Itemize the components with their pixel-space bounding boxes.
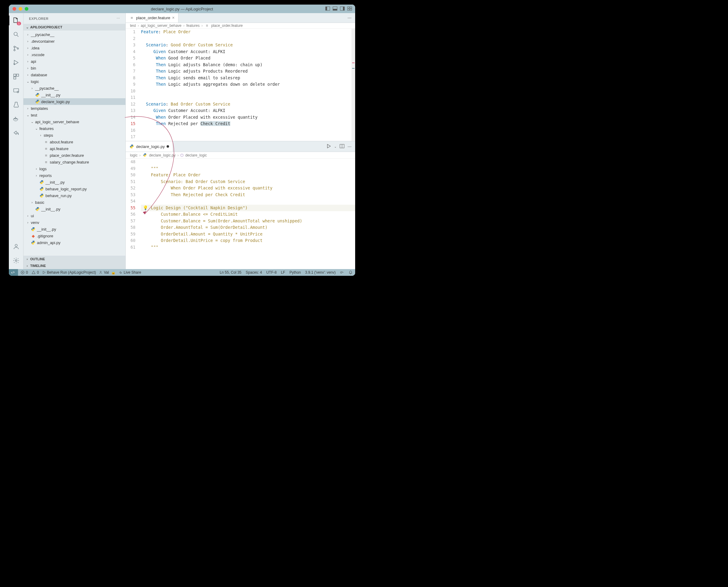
folder-item[interactable]: ›steps bbox=[23, 132, 125, 139]
svg-rect-3 bbox=[333, 9, 337, 10]
docker-icon[interactable] bbox=[12, 114, 20, 123]
maximize-window[interactable] bbox=[25, 7, 28, 11]
editor-area: ≡ place_order.feature × ⋯ test›api_logic… bbox=[126, 13, 355, 269]
accounts-icon[interactable] bbox=[12, 242, 20, 251]
chevron-down-icon[interactable]: ⌄ bbox=[334, 145, 336, 148]
live-share-icon[interactable] bbox=[12, 128, 20, 137]
svg-point-13 bbox=[14, 49, 15, 51]
folder-item[interactable]: ⌄logic bbox=[23, 78, 125, 85]
file-item[interactable]: behave_run.py bbox=[23, 192, 125, 199]
svg-rect-7 bbox=[350, 7, 352, 8]
more-icon[interactable]: ⋯ bbox=[348, 144, 352, 149]
encoding[interactable]: UTF-8 bbox=[266, 270, 277, 275]
code-editor-bottom[interactable]: 4849 """50 Feature: Place Order51 Scenar… bbox=[126, 159, 355, 251]
code-editor-top[interactable]: 1Feature: Place Order23 Scenario: Good O… bbox=[126, 29, 355, 141]
file-item[interactable]: ≡api.feature bbox=[23, 145, 125, 152]
settings-icon[interactable] bbox=[12, 256, 20, 265]
folder-item[interactable]: ›bin bbox=[23, 65, 125, 71]
folder-item[interactable]: ›templates bbox=[23, 105, 125, 112]
notifications-icon[interactable] bbox=[348, 270, 353, 275]
folder-item[interactable]: ›logs bbox=[23, 165, 125, 172]
file-item[interactable]: ≡salary_change.feature bbox=[23, 159, 125, 165]
editor-pane-top: ≡ place_order.feature × ⋯ test›api_logic… bbox=[126, 13, 355, 141]
folder-item[interactable]: ›__pycache__ bbox=[23, 85, 125, 92]
folder-item[interactable]: ⌄features bbox=[23, 125, 125, 132]
eol[interactable]: LF bbox=[281, 270, 285, 275]
breadcrumb-top[interactable]: test›api_logic_server_behave›features›≡ … bbox=[126, 23, 355, 29]
file-item[interactable]: __init__.py bbox=[23, 92, 125, 98]
launch-config[interactable]: Behave Run (ApiLogicProject) bbox=[42, 270, 96, 275]
project-header[interactable]: ⌄APILOGICPROJECT bbox=[23, 24, 125, 30]
language-mode[interactable]: Python bbox=[289, 270, 301, 275]
split-editor-icon[interactable] bbox=[339, 144, 345, 149]
remote-explorer-icon[interactable] bbox=[12, 86, 20, 95]
folder-item[interactable]: ›ui bbox=[23, 212, 125, 219]
run-icon[interactable] bbox=[326, 144, 331, 149]
file-item[interactable]: __init__.py bbox=[23, 226, 125, 233]
svg-point-33 bbox=[340, 272, 342, 273]
activity-bar: 1 bbox=[9, 13, 23, 269]
folder-item[interactable]: ›basic bbox=[23, 199, 125, 206]
file-item[interactable]: __init__.py bbox=[23, 206, 125, 212]
svg-rect-18 bbox=[14, 77, 16, 79]
folder-item[interactable]: ›.idea bbox=[23, 45, 125, 51]
outline-header[interactable]: ›OUTLINE bbox=[23, 256, 125, 262]
panel-right-icon[interactable] bbox=[340, 6, 345, 12]
run-debug-icon[interactable] bbox=[12, 58, 20, 67]
folder-item[interactable]: ›.devcontainer bbox=[23, 38, 125, 45]
folder-item[interactable]: ⌄api_logic_server_behave bbox=[23, 118, 125, 125]
python-interpreter[interactable]: 3.9.1 ('venv': venv) bbox=[305, 270, 336, 275]
tab-declare-logic[interactable]: declare_logic.py bbox=[126, 141, 173, 151]
folder-item[interactable]: ⌄test bbox=[23, 112, 125, 118]
svg-rect-9 bbox=[350, 9, 352, 10]
timeline-header[interactable]: ›TIMELINE bbox=[23, 262, 125, 269]
titlebar: declare_logic.py — ApiLogicProject bbox=[9, 5, 355, 13]
search-icon[interactable] bbox=[12, 30, 20, 39]
svg-rect-17 bbox=[16, 74, 18, 76]
testing-icon[interactable] bbox=[12, 100, 20, 109]
folder-item[interactable]: ›venv bbox=[23, 219, 125, 226]
file-item[interactable]: declare_logic.py bbox=[23, 98, 125, 105]
indentation[interactable]: Spaces: 4 bbox=[245, 270, 262, 275]
file-item[interactable]: ≡place_order.feature bbox=[23, 152, 125, 159]
file-item[interactable]: behave_logic_report.py bbox=[23, 186, 125, 192]
vscode-window: declare_logic.py — ApiLogicProject 1 bbox=[9, 5, 355, 276]
svg-rect-16 bbox=[14, 74, 16, 76]
source-control-icon[interactable] bbox=[12, 44, 20, 53]
file-item[interactable]: ◆.gitignore bbox=[23, 233, 125, 239]
problems[interactable]: 0 0 bbox=[20, 270, 39, 275]
panel-bottom-icon[interactable] bbox=[333, 6, 337, 12]
extensions-icon[interactable] bbox=[12, 72, 20, 81]
folder-item[interactable]: ›api bbox=[23, 58, 125, 65]
live-share[interactable]: Live Share bbox=[119, 270, 141, 275]
svg-rect-1 bbox=[326, 7, 327, 10]
val-indicator[interactable]: Val 🔒 bbox=[99, 270, 116, 275]
layout-icon[interactable] bbox=[347, 6, 352, 12]
folder-item[interactable]: ›__pycache__ bbox=[23, 31, 125, 38]
panel-left-icon[interactable] bbox=[325, 6, 330, 12]
file-item[interactable]: __init__.py bbox=[23, 179, 125, 186]
file-tree[interactable]: ›__pycache__›.devcontainer›.idea›.vscode… bbox=[23, 30, 125, 256]
tab-place-order[interactable]: ≡ place_order.feature × bbox=[126, 13, 179, 23]
folder-item[interactable]: ›reports bbox=[23, 172, 125, 179]
breadcrumb-bottom[interactable]: logic› declare_logic.py›⬡ declare_logic bbox=[126, 152, 355, 159]
explorer-icon[interactable]: 1 bbox=[12, 16, 20, 25]
feedback-icon[interactable] bbox=[340, 270, 344, 275]
svg-point-12 bbox=[14, 46, 15, 48]
more-icon[interactable]: ⋯ bbox=[348, 16, 352, 20]
cursor-position[interactable]: Ln 55, Col 35 bbox=[220, 270, 241, 275]
folder-item[interactable]: ›database bbox=[23, 71, 125, 78]
folder-item[interactable]: ›.vscode bbox=[23, 51, 125, 58]
file-item[interactable]: admin_api.py bbox=[23, 239, 125, 246]
close-icon[interactable]: × bbox=[172, 15, 174, 20]
more-icon[interactable]: ⋯ bbox=[117, 17, 120, 20]
badge: 1 bbox=[17, 22, 21, 25]
close-window[interactable] bbox=[13, 7, 16, 11]
remote-indicator[interactable] bbox=[9, 269, 18, 276]
svg-point-32 bbox=[100, 271, 101, 273]
python-file-icon bbox=[130, 144, 134, 149]
feature-file-icon: ≡ bbox=[130, 15, 134, 20]
sidebar: EXPLORER ⋯ ⌄APILOGICPROJECT ›__pycache__… bbox=[23, 13, 126, 269]
file-item[interactable]: ≡about.feature bbox=[23, 139, 125, 145]
minimize-window[interactable] bbox=[19, 7, 22, 11]
